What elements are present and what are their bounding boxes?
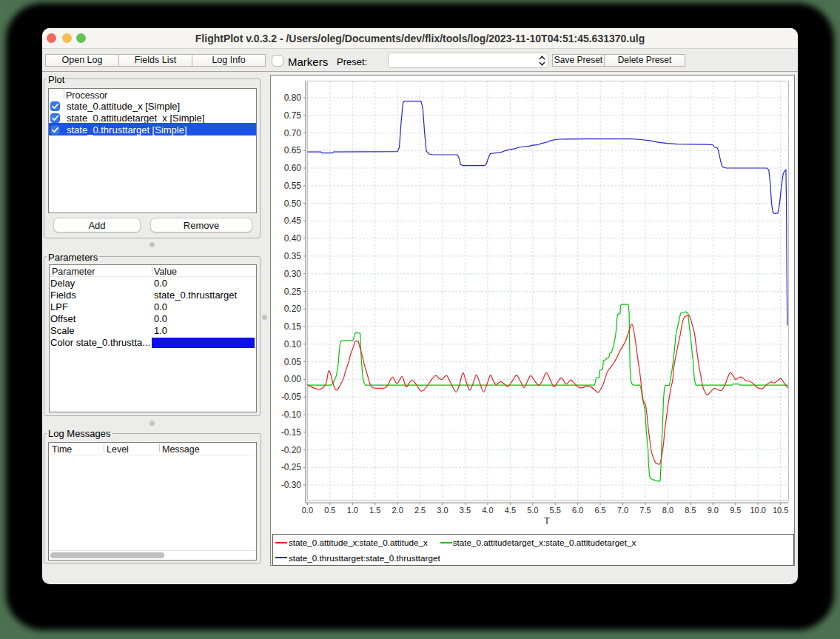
svg-text:-0.30: -0.30 [281, 480, 302, 490]
svg-text:0.35: 0.35 [284, 251, 302, 261]
svg-text:1.5: 1.5 [369, 506, 380, 515]
svg-text:-0.05: -0.05 [281, 392, 302, 402]
svg-text:0.00: 0.00 [284, 374, 302, 384]
svg-text:0.75: 0.75 [284, 110, 302, 121]
svg-text:3.0: 3.0 [437, 506, 448, 515]
svg-text:6.5: 6.5 [594, 506, 605, 515]
svg-text:0.70: 0.70 [284, 128, 302, 138]
svg-text:8.0: 8.0 [662, 506, 673, 515]
svg-text:0.10: 0.10 [284, 339, 302, 349]
svg-text:5.5: 5.5 [550, 506, 561, 515]
svg-text:5.0: 5.0 [527, 506, 538, 515]
svg-text:T: T [544, 515, 550, 526]
svg-text:0.0: 0.0 [302, 506, 313, 515]
svg-text:1.0: 1.0 [347, 506, 358, 515]
svg-text:0.05: 0.05 [284, 357, 302, 367]
svg-text:0.55: 0.55 [284, 181, 302, 191]
svg-text:0.15: 0.15 [284, 321, 302, 332]
svg-text:0.60: 0.60 [284, 163, 302, 173]
svg-text:-0.20: -0.20 [281, 445, 302, 455]
svg-text:9.0: 9.0 [708, 506, 719, 515]
svg-text:-0.10: -0.10 [281, 409, 302, 420]
svg-text:-0.15: -0.15 [281, 427, 302, 438]
svg-text:7.5: 7.5 [639, 506, 651, 515]
svg-text:6.0: 6.0 [572, 506, 583, 515]
svg-text:2.5: 2.5 [414, 506, 426, 515]
svg-text:0.5: 0.5 [324, 506, 335, 515]
svg-text:10.5: 10.5 [773, 506, 788, 515]
svg-text:0.80: 0.80 [284, 93, 302, 103]
svg-text:8.5: 8.5 [685, 506, 696, 515]
svg-text:-0.25: -0.25 [281, 462, 302, 472]
svg-text:3.5: 3.5 [460, 506, 471, 515]
svg-text:0.45: 0.45 [284, 215, 302, 226]
svg-text:4.5: 4.5 [505, 506, 516, 515]
svg-text:0.20: 0.20 [284, 304, 302, 314]
svg-text:10.0: 10.0 [750, 506, 765, 515]
svg-text:0.25: 0.25 [284, 287, 302, 297]
svg-text:2.0: 2.0 [392, 506, 403, 515]
svg-text:7.0: 7.0 [617, 506, 628, 515]
svg-text:9.5: 9.5 [730, 506, 741, 515]
svg-text:0.50: 0.50 [284, 198, 302, 209]
svg-text:0.65: 0.65 [284, 145, 302, 155]
svg-text:0.40: 0.40 [284, 233, 302, 244]
svg-text:0.30: 0.30 [284, 269, 302, 279]
svg-text:4.0: 4.0 [482, 506, 493, 515]
